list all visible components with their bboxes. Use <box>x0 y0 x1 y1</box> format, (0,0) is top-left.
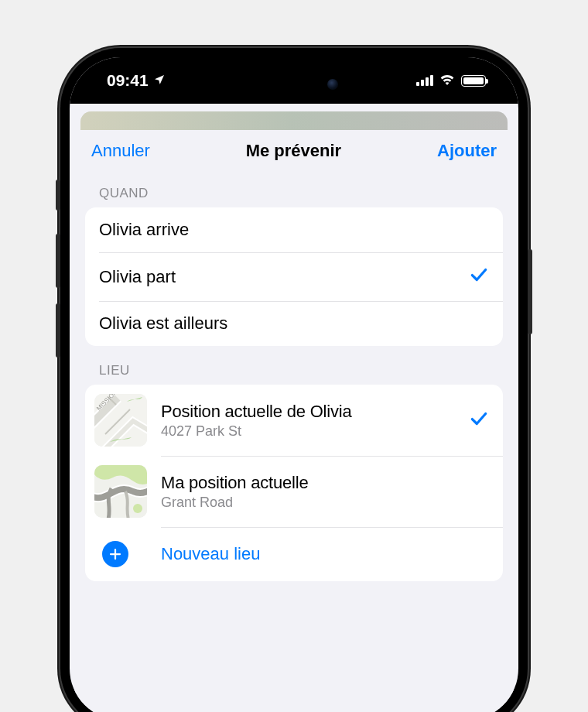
checkmark-icon <box>469 409 489 433</box>
cancel-button[interactable]: Annuler <box>91 141 150 161</box>
location-text: Position actuelle de Olivia 4027 Park St <box>161 402 469 440</box>
wifi-icon <box>439 74 455 88</box>
side-button <box>56 303 60 358</box>
phone-frame: 09:41 A <box>60 48 528 712</box>
when-option-elsewhere[interactable]: Olivia est ailleurs <box>85 301 503 346</box>
plus-circle-icon <box>102 541 128 567</box>
side-button <box>56 180 60 211</box>
front-camera-icon <box>327 79 338 90</box>
add-button[interactable]: Ajouter <box>437 141 497 161</box>
side-button <box>528 249 532 334</box>
location-title: Ma position actuelle <box>161 473 489 493</box>
status-right <box>416 74 486 88</box>
background-card <box>80 111 508 130</box>
when-group: Olivia arrive Olivia part Olivia est ail… <box>85 207 503 346</box>
when-option-label: Olivia arrive <box>99 220 489 240</box>
section-header-location: LIEU <box>74 346 514 385</box>
battery-icon <box>461 75 486 87</box>
checkmark-icon <box>469 265 489 289</box>
map-thumbnail-icon <box>94 465 147 518</box>
when-option-leave[interactable]: Olivia part <box>85 252 503 301</box>
modal-header: Annuler Me prévenir Ajouter <box>74 125 514 169</box>
modal-sheet: Annuler Me prévenir Ajouter QUAND Olivia… <box>74 125 514 712</box>
when-option-label: Olivia est ailleurs <box>99 313 489 334</box>
status-time: 09:41 <box>107 71 149 90</box>
dynamic-island <box>236 68 352 101</box>
modal-title: Me prévenir <box>246 141 342 161</box>
map-thumbnail-icon: MISSION <box>94 394 147 447</box>
cellular-signal-icon <box>416 75 433 86</box>
section-header-when: QUAND <box>74 169 514 207</box>
status-left: 09:41 <box>107 71 166 90</box>
screen: 09:41 A <box>70 57 518 712</box>
location-option-my-current[interactable]: Ma position actuelle Grant Road <box>85 456 503 527</box>
svg-point-3 <box>133 504 142 513</box>
side-button <box>56 234 60 288</box>
add-location-row[interactable]: Nouveau lieu <box>85 527 503 581</box>
add-location-label: Nouveau lieu <box>161 544 260 564</box>
location-option-olivia-current[interactable]: MISSION Position actuelle de Olivia 4027… <box>85 385 503 456</box>
location-group: MISSION Position actuelle de Olivia 4027… <box>85 385 503 581</box>
location-subtitle: 4027 Park St <box>161 423 469 440</box>
location-services-icon <box>153 71 166 90</box>
when-option-arrive[interactable]: Olivia arrive <box>85 207 503 252</box>
when-option-label: Olivia part <box>99 267 469 287</box>
location-text: Ma position actuelle Grant Road <box>161 473 489 511</box>
location-title: Position actuelle de Olivia <box>161 402 469 422</box>
status-bar: 09:41 <box>70 57 518 104</box>
location-subtitle: Grant Road <box>161 495 489 511</box>
